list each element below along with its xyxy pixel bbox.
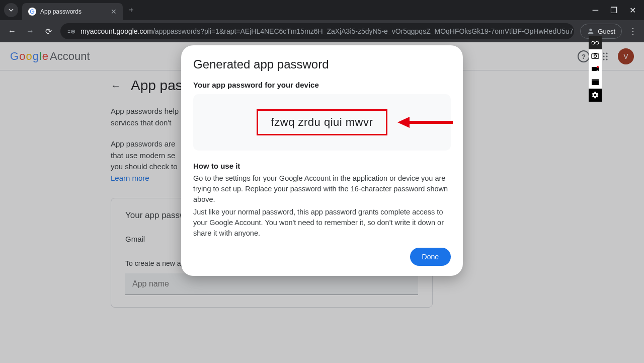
done-button[interactable]: Done xyxy=(410,248,451,266)
how-to-heading: How to use it xyxy=(193,162,451,170)
ext-window-icon[interactable] xyxy=(589,76,602,89)
ext-video-icon[interactable] xyxy=(589,62,602,76)
browser-tab-strip: App passwords ✕ + ─ ❐ ✕ xyxy=(0,0,644,20)
url-text: myaccount.google.com/apppasswords?pli=1&… xyxy=(80,27,574,35)
how-to-paragraph-2: Just like your normal password, this app… xyxy=(193,207,451,239)
ext-camera-icon[interactable] xyxy=(589,49,602,62)
svg-point-11 xyxy=(606,55,607,57)
address-bar[interactable]: myaccount.google.com/apppasswords?pli=1&… xyxy=(60,23,574,39)
svg-marker-16 xyxy=(397,117,410,128)
svg-rect-20 xyxy=(592,54,599,58)
svg-point-13 xyxy=(603,58,604,60)
extension-toolbar xyxy=(589,36,602,102)
browser-menu-icon[interactable]: ⋮ xyxy=(628,27,638,36)
dialog-title: Generated app password xyxy=(193,57,451,71)
password-display-container: fzwq zrdu qiui mwvr xyxy=(193,94,451,151)
svg-point-25 xyxy=(597,66,599,68)
annotation-arrow-icon xyxy=(392,115,453,130)
svg-point-8 xyxy=(606,52,607,54)
generated-password[interactable]: fzwq zrdu qiui mwvr xyxy=(257,109,388,135)
svg-point-10 xyxy=(603,55,604,57)
svg-point-5 xyxy=(590,29,592,31)
svg-point-21 xyxy=(594,55,597,57)
forward-button[interactable]: → xyxy=(24,27,36,36)
svg-rect-2 xyxy=(68,32,70,33)
tab-close-icon[interactable]: ✕ xyxy=(111,8,117,16)
window-controls: ─ ❐ ✕ xyxy=(593,6,640,15)
how-to-paragraph-1: Go to the settings for your Google Accou… xyxy=(193,173,451,205)
browser-toolbar: ← → ⟳ myaccount.google.com/apppasswords?… xyxy=(0,20,644,42)
ext-link-icon[interactable] xyxy=(589,36,602,49)
new-tab-button[interactable]: + xyxy=(129,6,133,15)
app-name-input[interactable] xyxy=(125,273,418,295)
svg-rect-4 xyxy=(72,31,74,32)
minimize-icon[interactable]: ─ xyxy=(593,6,598,15)
page-back-arrow[interactable]: ← xyxy=(111,80,121,92)
tab-title: App passwords xyxy=(40,8,82,15)
reload-button[interactable]: ⟳ xyxy=(42,27,54,36)
tab-favicon xyxy=(28,8,36,16)
svg-rect-23 xyxy=(592,67,597,71)
browser-tab[interactable]: App passwords ✕ xyxy=(22,3,123,20)
learn-more-link[interactable]: Learn more xyxy=(111,174,149,182)
guest-icon xyxy=(587,27,595,35)
svg-rect-22 xyxy=(594,53,597,54)
tab-search-button[interactable] xyxy=(4,3,18,17)
maximize-icon[interactable]: ❐ xyxy=(610,6,617,15)
account-avatar[interactable]: V xyxy=(618,48,634,64)
svg-rect-27 xyxy=(592,79,599,81)
svg-point-14 xyxy=(606,58,607,60)
close-window-icon[interactable]: ✕ xyxy=(629,6,636,15)
google-account-logo: Google Account xyxy=(10,50,90,63)
site-info-icon[interactable] xyxy=(67,28,75,35)
svg-rect-1 xyxy=(68,30,70,31)
svg-point-7 xyxy=(603,52,604,54)
help-icon[interactable]: ? xyxy=(578,50,590,62)
back-button[interactable]: ← xyxy=(6,27,18,36)
dialog-subtitle: Your app password for your device xyxy=(193,81,451,89)
generated-password-dialog: Generated app password Your app password… xyxy=(181,45,463,276)
ext-settings-icon[interactable] xyxy=(589,89,602,102)
